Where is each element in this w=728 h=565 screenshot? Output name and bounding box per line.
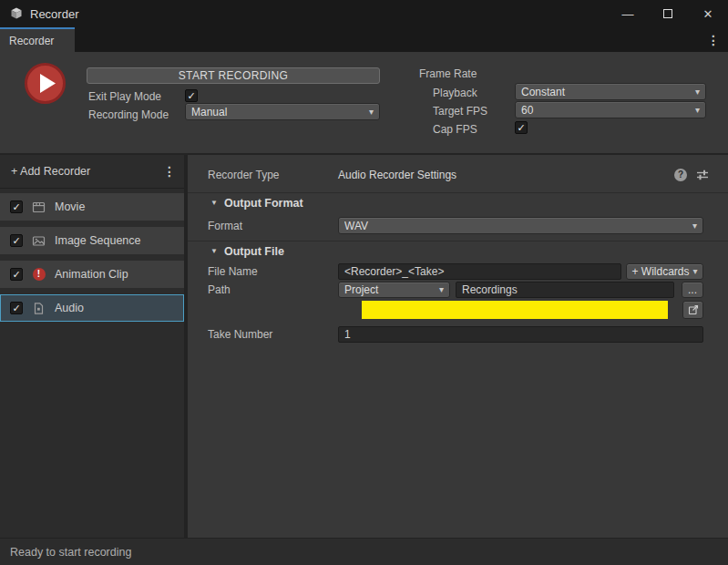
recorder-list-kebab-icon[interactable]: ⋮ <box>162 164 177 179</box>
tab-bar: Recorder ⋮ <box>0 27 728 52</box>
format-value: WAV <box>344 220 689 232</box>
image-sequence-enabled-checkbox[interactable]: ✓ <box>10 234 23 247</box>
browse-button-label: ... <box>688 283 697 296</box>
file-name-label: File Name <box>208 265 338 278</box>
target-fps-value: 60 <box>521 104 692 117</box>
check-icon: ✓ <box>12 303 20 313</box>
start-recording-button[interactable]: START RECORDING <box>87 67 380 84</box>
playback-label: Playback <box>433 87 477 99</box>
recording-mode-label: Recording Mode <box>88 108 169 121</box>
take-number-label: Take Number <box>208 328 338 341</box>
maximize-button[interactable] <box>648 0 688 27</box>
chevron-down-icon: ▾ <box>692 221 697 231</box>
cap-fps-checkbox[interactable]: ✓ <box>515 121 528 134</box>
recorder-list-header: + Add Recorder ⋮ <box>0 155 184 189</box>
wildcards-button-label: + Wildcards <box>631 265 689 278</box>
take-number-input[interactable] <box>338 326 703 343</box>
chevron-down-icon: ▾ <box>695 106 700 115</box>
list-item-image-sequence[interactable]: ✓ Image Sequence <box>0 227 184 254</box>
open-output-location-button[interactable] <box>682 301 703 319</box>
chevron-down-icon: ▾ <box>695 87 700 97</box>
section-title: Output File <box>224 245 284 258</box>
chevron-down-icon: ▾ <box>369 108 374 117</box>
recorder-settings-panel: Recorder Type Audio Recorder Settings ? … <box>188 155 728 538</box>
tab-menu-kebab-icon[interactable]: ⋮ <box>704 27 723 52</box>
movie-enabled-checkbox[interactable]: ✓ <box>10 200 23 213</box>
recorder-list-panel: + Add Recorder ⋮ ✓ <box>0 155 188 538</box>
foldout-arrow-icon: ▼ <box>210 199 218 207</box>
path-preview-row <box>188 300 728 319</box>
list-item-label: Movie <box>55 200 85 213</box>
unity-logo-icon <box>9 6 24 21</box>
check-icon: ✓ <box>12 269 20 280</box>
browse-path-button[interactable]: ... <box>682 282 703 298</box>
path-root-dropdown[interactable]: Project ▾ <box>338 282 450 298</box>
exit-play-mode-label: Exit Play Mode <box>88 90 161 103</box>
check-icon: ✓ <box>12 235 20 246</box>
path-row: Path Project ▾ ... <box>188 282 728 298</box>
exit-play-mode-checkbox[interactable]: ✓ <box>185 89 198 102</box>
status-bar: Ready to start recording <box>0 538 728 565</box>
list-item-audio[interactable]: ✓ Audio <box>0 294 184 322</box>
section-title: Output Format <box>224 197 303 210</box>
window-title: Recorder <box>30 7 608 21</box>
chevron-down-icon: ▾ <box>693 267 698 276</box>
record-play-button[interactable] <box>24 62 67 105</box>
wildcards-button[interactable]: + Wildcards ▾ <box>626 263 703 280</box>
animation-clip-enabled-checkbox[interactable]: ✓ <box>10 268 23 281</box>
foldout-arrow-icon: ▼ <box>210 247 218 255</box>
recording-mode-value: Manual <box>191 106 365 118</box>
path-preview-highlight[interactable] <box>362 301 668 319</box>
check-icon: ✓ <box>517 122 525 133</box>
list-item-animation-clip[interactable]: ✓ ! Animation Clip <box>0 261 184 288</box>
movie-icon <box>32 200 46 214</box>
path-input[interactable] <box>456 282 674 298</box>
audio-file-icon <box>32 302 46 315</box>
recorder-toolbar: START RECORDING Exit Play Mode ✓ Recordi… <box>0 52 728 155</box>
format-dropdown[interactable]: WAV ▾ <box>338 217 703 234</box>
image-sequence-icon <box>32 234 46 248</box>
add-recorder-button[interactable]: + Add Recorder <box>11 165 162 178</box>
target-fps-dropdown[interactable]: 60 ▾ <box>515 101 706 118</box>
help-icon[interactable]: ? <box>674 169 687 181</box>
output-format-foldout[interactable]: ▼ Output Format <box>188 192 728 212</box>
check-icon: ✓ <box>187 90 195 101</box>
file-name-row: File Name + Wildcards ▾ <box>188 263 728 280</box>
recorder-type-row: Recorder Type Audio Recorder Settings ? <box>188 162 728 187</box>
recorder-type-label: Recorder Type <box>208 169 338 181</box>
path-root-value: Project <box>344 283 436 296</box>
check-icon: ✓ <box>12 201 20 212</box>
preset-icon[interactable] <box>695 169 710 181</box>
path-label: Path <box>208 283 338 296</box>
chevron-down-icon: ▾ <box>439 285 444 294</box>
format-row: Format WAV ▾ <box>188 217 728 234</box>
playback-value: Constant <box>521 86 692 98</box>
close-button[interactable]: ✕ <box>688 0 728 27</box>
list-item-label: Audio <box>55 302 84 314</box>
playback-dropdown[interactable]: Constant ▾ <box>515 83 706 100</box>
frame-rate-title: Frame Rate <box>419 67 477 80</box>
list-item-label: Image Sequence <box>55 234 141 247</box>
minimize-button[interactable]: — <box>608 0 648 27</box>
title-bar: Recorder — ✕ <box>0 0 728 27</box>
maximize-icon <box>663 9 672 18</box>
list-item-label: Animation Clip <box>55 268 128 281</box>
status-text: Ready to start recording <box>10 546 131 559</box>
tab-recorder[interactable]: Recorder <box>0 27 75 52</box>
cap-fps-label: Cap FPS <box>433 123 477 136</box>
audio-enabled-checkbox[interactable]: ✓ <box>10 302 23 314</box>
list-item-movie[interactable]: ✓ Movie <box>0 193 184 221</box>
take-number-row: Take Number <box>188 326 728 343</box>
recorder-window: Recorder — ✕ Recorder ⋮ START RECORDING … <box>0 0 728 565</box>
recorder-type-value: Audio Recorder Settings <box>338 169 674 181</box>
recording-mode-dropdown[interactable]: Manual ▾ <box>185 103 380 120</box>
external-link-icon <box>688 304 699 315</box>
target-fps-label: Target FPS <box>433 105 487 118</box>
file-name-input[interactable] <box>338 263 621 280</box>
recorder-list: ✓ Movie ✓ <box>0 189 184 328</box>
output-file-foldout[interactable]: ▼ Output File <box>188 241 728 261</box>
error-badge-icon: ! <box>32 268 46 282</box>
format-label: Format <box>208 220 338 232</box>
